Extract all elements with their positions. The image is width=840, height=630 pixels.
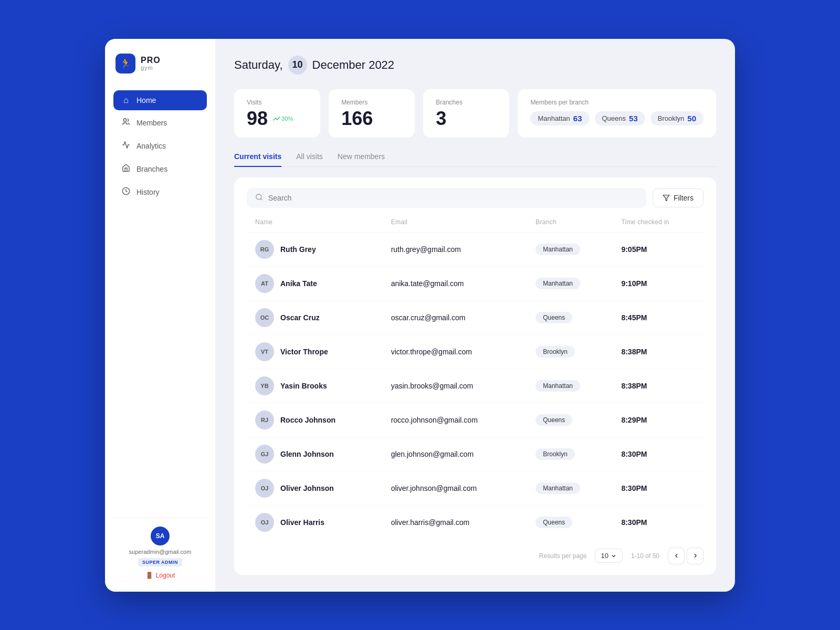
history-icon: [121, 187, 131, 197]
cell-time: 8:38PM: [613, 334, 704, 369]
date-month-year: December 2022: [312, 58, 395, 72]
tab-current-visits[interactable]: Current visits: [234, 152, 281, 167]
branch-pill: Brooklyn: [536, 346, 575, 358]
visits-label: Visits: [247, 99, 308, 106]
cell-name: RG Ruth Grey: [247, 232, 383, 266]
cell-email: anika.tate@gmail.com: [383, 266, 528, 300]
member-avatar: AT: [255, 274, 274, 293]
sidebar-item-label: History: [136, 188, 160, 196]
member-avatar: OJ: [255, 513, 274, 532]
next-page-button[interactable]: [687, 548, 704, 564]
member-avatar: RJ: [255, 411, 274, 429]
per-page-label: Results per page: [539, 552, 587, 560]
cell-branch: Brooklyn: [527, 334, 613, 369]
member-avatar: RG: [255, 240, 274, 259]
tabs: Current visits All visits New members: [234, 152, 716, 167]
logo-gym: gym: [141, 65, 161, 71]
tab-all-visits[interactable]: All visits: [296, 152, 323, 167]
visits-trend: 30%: [273, 115, 293, 122]
date-number: 10: [288, 56, 307, 75]
table-row: OJ Oliver Harris oliver.harris@gmail.com…: [247, 505, 704, 539]
branch-pill: Queens: [536, 414, 572, 426]
branches-value: 3: [436, 109, 497, 128]
per-page-select[interactable]: 10: [595, 549, 622, 563]
branch-badge-manhattan: Manhattan 63: [530, 111, 589, 125]
cell-email: oliver.johnson@gmail.com: [383, 471, 528, 505]
filters-button[interactable]: Filters: [653, 188, 704, 207]
search-filter-row: Filters: [247, 188, 704, 208]
cell-branch: Manhattan: [527, 471, 613, 505]
sidebar-item-history[interactable]: History: [113, 182, 207, 203]
member-avatar: OJ: [255, 479, 274, 498]
sidebar-item-home[interactable]: ⌂ Home: [113, 90, 207, 110]
home-icon: ⌂: [121, 96, 131, 105]
member-avatar: VT: [255, 342, 274, 361]
branch-pill: Manhattan: [536, 244, 580, 255]
prev-page-button[interactable]: [668, 548, 685, 564]
col-name: Name: [247, 218, 383, 233]
cell-email: oscar.cruz@gmail.com: [383, 300, 528, 334]
member-name: Oscar Cruz: [280, 313, 320, 322]
cell-time: 8:30PM: [613, 437, 704, 471]
member-name: Oliver Harris: [280, 518, 324, 527]
cell-name: GJ Glenn Johnson: [247, 437, 383, 471]
sidebar-item-label: Members: [136, 119, 167, 127]
table-row: VT Victor Thrope victor.thrope@gmail.com…: [247, 334, 704, 369]
search-input[interactable]: [268, 194, 638, 202]
svg-line-3: [260, 198, 262, 200]
visits-value: 98: [247, 109, 268, 128]
branch-pill: Manhattan: [536, 380, 580, 392]
cell-name: RJ Rocco Johnson: [247, 403, 383, 437]
logo-text: PRO gym: [141, 56, 161, 71]
search-icon: [255, 193, 263, 203]
visits-table: Name Email Branch Time checked in RG Rut…: [247, 218, 704, 539]
logo-pro: PRO: [141, 56, 161, 65]
svg-point-2: [256, 194, 261, 199]
cell-name: OJ Oliver Harris: [247, 505, 383, 539]
members-label: Members: [341, 99, 402, 106]
branch-pill: Manhattan: [536, 482, 580, 494]
members-per-branch-card: Members per branch Manhattan 63 Queens 5…: [518, 89, 716, 138]
logo-area: 🏃 PRO gym: [113, 54, 207, 74]
pagination-row: Results per page 10 1-10 of 50: [247, 548, 704, 564]
sidebar-item-analytics[interactable]: Analytics: [113, 135, 207, 156]
col-branch: Branch: [527, 218, 613, 233]
branch-badge-brooklyn: Brooklyn 50: [650, 111, 704, 125]
svg-point-0: [123, 119, 126, 121]
cell-time: 8:29PM: [613, 403, 704, 437]
branches-icon: [121, 164, 131, 174]
col-time: Time checked in: [613, 218, 704, 233]
tab-new-members[interactable]: New members: [338, 152, 385, 167]
table-row: OC Oscar Cruz oscar.cruz@gmail.com Queen…: [247, 300, 704, 334]
cell-time: 8:38PM: [613, 369, 704, 403]
visits-card: Visits 98 30%: [234, 89, 320, 138]
cell-email: rocco.johnson@gmail.com: [383, 403, 528, 437]
member-name: Yasin Brooks: [280, 382, 327, 390]
member-avatar: YB: [255, 376, 274, 395]
role-badge: SUPER ADMIN: [138, 558, 182, 566]
cell-branch: Queens: [527, 300, 613, 334]
avatar: SA: [151, 527, 170, 545]
branch-pill: Queens: [536, 312, 572, 323]
table-container: Filters Name Email Branch Time checked i…: [234, 177, 716, 575]
nav-list: ⌂ Home Members Analytics Branches: [113, 90, 207, 518]
cell-time: 8:30PM: [613, 505, 704, 539]
members-branch-label: Members per branch: [530, 99, 704, 106]
sidebar-item-label: Analytics: [136, 142, 166, 150]
cell-time: 9:05PM: [613, 232, 704, 266]
table-row: GJ Glenn Johnson glen.johnson@gmail.com …: [247, 437, 704, 471]
sidebar-footer: SA superadmin@gmail.com SUPER ADMIN 🚪 Lo…: [113, 518, 207, 581]
cell-email: yasin.brooks@gmail.com: [383, 369, 528, 403]
sidebar-item-branches[interactable]: Branches: [113, 159, 207, 180]
table-row: OJ Oliver Johnson oliver.johnson@gmail.c…: [247, 471, 704, 505]
cell-email: ruth.grey@gmail.com: [383, 232, 528, 266]
sidebar-item-members[interactable]: Members: [113, 112, 207, 133]
date-header: Saturday, 10 December 2022: [234, 56, 716, 75]
main-content: Saturday, 10 December 2022 Visits 98 30%…: [215, 39, 735, 592]
cell-branch: Manhattan: [527, 266, 613, 300]
logout-button[interactable]: 🚪 Logout: [141, 570, 180, 581]
app-container: 🏃 PRO gym ⌂ Home Members Analytics: [105, 39, 735, 592]
cell-name: OJ Oliver Johnson: [247, 471, 383, 505]
sidebar: 🏃 PRO gym ⌂ Home Members Analytics: [105, 39, 215, 592]
svg-marker-4: [663, 195, 669, 201]
